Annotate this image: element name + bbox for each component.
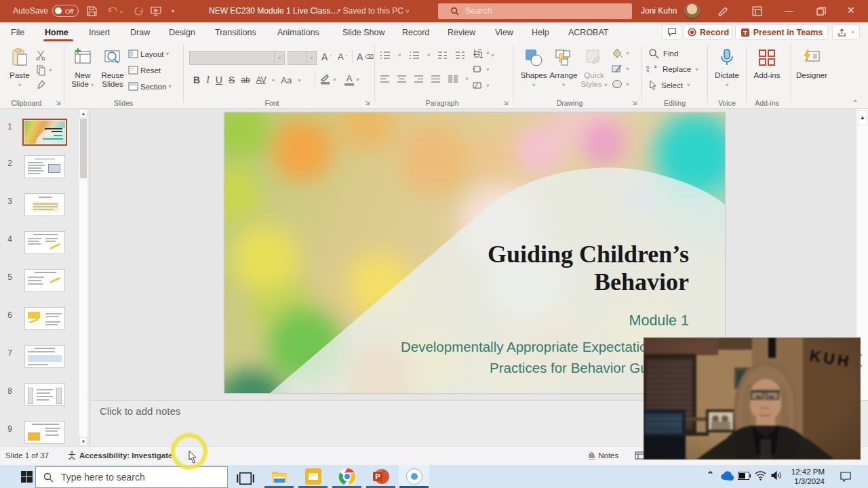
svg-text:P: P [375, 472, 380, 481]
svg-text:T: T [743, 29, 747, 36]
svg-text:b: b [646, 64, 650, 70]
